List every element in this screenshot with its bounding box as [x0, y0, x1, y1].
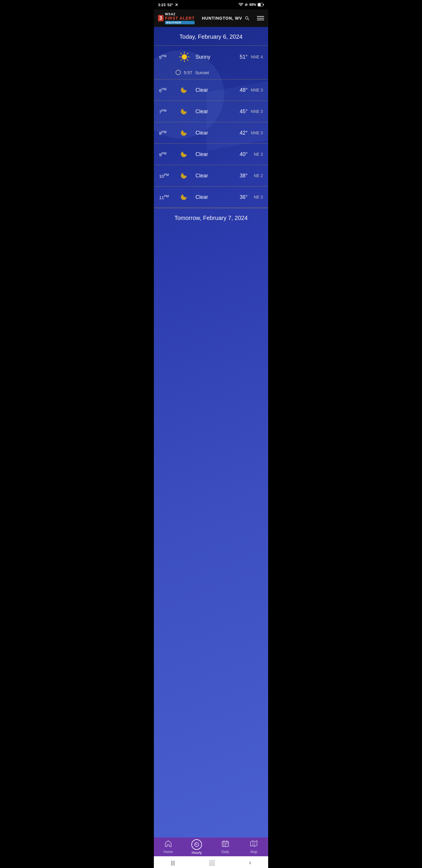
hourly-icon — [191, 839, 202, 850]
svg-rect-19 — [223, 844, 224, 844]
temp-11pm: 36° — [230, 194, 248, 200]
hamburger-menu[interactable] — [257, 16, 264, 20]
time-10pm: 10PM — [159, 173, 175, 179]
svg-line-10 — [181, 53, 182, 54]
time-9pm: 9PM — [159, 152, 175, 157]
temp-6pm: 48° — [230, 87, 248, 93]
weather-row-11pm: 11PM Clear 36° NE 3 — [154, 186, 268, 208]
nav-home[interactable]: Home — [158, 840, 178, 854]
time-8pm: 8PM — [159, 130, 175, 136]
weather-row-7pm: 7PM Clear 45° NNE 3 — [154, 101, 268, 122]
weather-icon-9pm — [175, 148, 193, 160]
nav-home-label: Home — [164, 850, 173, 854]
nav-map[interactable]: Map — [244, 840, 264, 854]
wind-5pm: NNE 4 — [248, 55, 263, 59]
nav-daily-label: Daily — [221, 850, 229, 854]
bottom-nav: Home Hourly Daily — [154, 837, 268, 856]
temp-5pm: 51° — [230, 54, 248, 60]
system-nav-bar: ||| ⬜ ‹ — [154, 856, 268, 868]
weather-icon-5pm — [175, 51, 193, 63]
time-7pm: 7PM — [159, 109, 175, 114]
header-location: HUNTINGTON, WV — [202, 16, 250, 21]
condition-7pm: Clear — [193, 108, 230, 115]
status-bar: 3:23 52° ✕ ⊘ 49% — [154, 0, 268, 9]
svg-point-3 — [246, 17, 248, 19]
svg-rect-22 — [223, 845, 224, 846]
sunset-row: 5:57 Sunset — [154, 68, 268, 79]
svg-point-5 — [182, 54, 187, 60]
daily-icon — [222, 840, 229, 849]
nav-map-label: Map — [251, 850, 257, 854]
logo-station: WSAZ — [165, 12, 195, 16]
sys-home-button[interactable]: ⬜ — [209, 860, 215, 866]
sys-back-button[interactable]: ‹ — [249, 859, 251, 867]
today-date-header: Today, February 6, 2024 — [154, 27, 268, 45]
moon-icon-0 — [178, 84, 190, 96]
condition-8pm: Clear — [193, 130, 230, 136]
status-right: ⊘ 49% — [238, 3, 264, 7]
nav-hourly[interactable]: Hourly — [186, 839, 207, 855]
search-icon[interactable] — [245, 16, 250, 21]
weather-icon-6pm — [175, 84, 193, 96]
svg-rect-2 — [258, 3, 261, 6]
status-x-icon: ✕ — [175, 3, 178, 7]
temp-8pm: 42° — [230, 130, 248, 136]
condition-9pm: Clear — [193, 151, 230, 157]
wind-8pm: NNE 3 — [248, 130, 263, 135]
home-icon — [164, 840, 172, 849]
weather-row-10pm: 10PM Clear 38° NE 2 — [154, 165, 268, 186]
battery-icon — [258, 3, 264, 6]
sys-recent-button[interactable]: ||| — [171, 860, 175, 866]
svg-line-13 — [181, 60, 182, 61]
weather-icon-11pm — [175, 191, 193, 203]
main-content: Today, February 6, 2024 5PM Sun — [154, 27, 268, 837]
moon-icon-3 — [178, 148, 190, 160]
temp-10pm: 38° — [230, 173, 248, 179]
night-rows: 6PM Clear 48° NNE 3 7PM Clear 45° NNE 3 — [154, 80, 268, 208]
logo-weather: WEATHER — [165, 21, 195, 24]
nav-hourly-label: Hourly — [192, 851, 202, 855]
svg-rect-23 — [225, 845, 226, 846]
moon-icon-5 — [178, 191, 190, 203]
svg-rect-20 — [225, 844, 226, 844]
status-time: 3:23 — [158, 3, 166, 7]
wind-10pm: NE 2 — [248, 173, 263, 178]
status-left: 3:23 52° ✕ — [158, 3, 178, 7]
weather-icon-7pm — [175, 105, 193, 117]
svg-rect-1 — [263, 4, 264, 6]
svg-rect-21 — [227, 844, 227, 844]
sunset-circle-icon — [175, 70, 181, 75]
signal-icon: ⊘ — [245, 3, 248, 7]
svg-line-12 — [187, 53, 188, 54]
condition-6pm: Clear — [193, 87, 230, 93]
wind-7pm: NNE 3 — [248, 109, 263, 114]
time-11pm: 11PM — [159, 194, 175, 200]
moon-icon-4 — [178, 170, 190, 182]
weather-row-8pm: 8PM Clear 42° NNE 3 — [154, 122, 268, 144]
battery-pct: 49% — [249, 3, 256, 7]
app-header: 3 WSAZ FIRST ALERT WEATHER HUNTINGTON, W… — [154, 9, 268, 27]
wind-6pm: NNE 3 — [248, 88, 263, 92]
tomorrow-date-header: Tomorrow, February 7, 2024 — [154, 208, 268, 227]
wind-11pm: NE 3 — [248, 195, 263, 199]
weather-icon-10pm — [175, 170, 193, 182]
time-5pm: 5PM — [159, 54, 175, 60]
svg-line-4 — [248, 19, 249, 20]
logo-alert: FIRST ALERT — [165, 16, 195, 21]
sunset-time: 5:57 — [184, 70, 192, 75]
svg-line-11 — [187, 60, 188, 61]
logo-channel-number: 3 — [159, 16, 162, 21]
app-logo: 3 WSAZ FIRST ALERT WEATHER — [158, 12, 195, 24]
wind-9pm: NE 3 — [248, 152, 263, 157]
temp-7pm: 45° — [230, 108, 248, 115]
wifi-icon — [238, 3, 243, 6]
nav-daily[interactable]: Daily — [215, 840, 236, 854]
status-temp: 52° — [167, 3, 173, 7]
weather-row-5pm: 5PM Sunny 51° NNE 4 — [154, 46, 268, 68]
temp-9pm: 40° — [230, 151, 248, 157]
weather-icon-8pm — [175, 127, 193, 139]
location-text: HUNTINGTON, WV — [202, 16, 242, 21]
map-icon — [250, 840, 258, 849]
weather-row-9pm: 9PM Clear 40° NE 3 — [154, 144, 268, 165]
sun-icon — [178, 51, 191, 63]
